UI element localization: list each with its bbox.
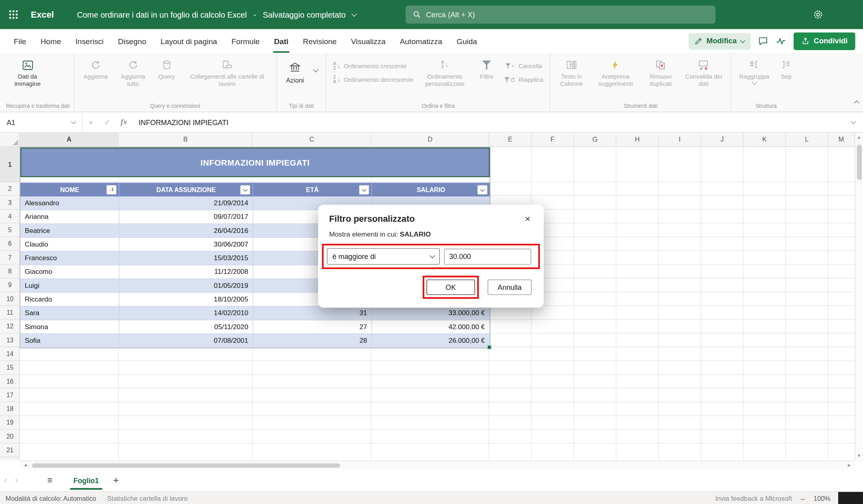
search-input[interactable]: Cerca (Alt + X) — [405, 6, 715, 24]
cell-data[interactable]: 15/03/2015 — [120, 251, 253, 265]
column-header-E[interactable]: E — [489, 133, 532, 147]
insert-function-icon[interactable]: fx — [115, 118, 132, 127]
cell-data[interactable]: 07/08/2001 — [120, 334, 253, 348]
cancella-button[interactable]: × Cancella — [501, 60, 546, 72]
row-header-4[interactable]: 4 — [0, 210, 20, 223]
row-header-19[interactable]: 19 — [0, 416, 20, 430]
cell-data[interactable]: 05/11/2020 — [120, 320, 253, 334]
cell-nome[interactable]: Sara — [20, 306, 120, 320]
tab-disegno[interactable]: Disegno — [111, 29, 153, 53]
comments-button[interactable] — [758, 36, 768, 46]
query-button[interactable]: Query — [153, 55, 180, 81]
cancel-button[interactable]: Annulla — [488, 279, 532, 295]
ordinamento-personalizzato-button[interactable]: AZ↓ Ordinamento personalizzato — [418, 55, 472, 89]
select-all-button[interactable] — [0, 133, 20, 147]
tab-dati[interactable]: Dati — [267, 29, 296, 53]
row-header-10[interactable]: 10 — [0, 292, 20, 306]
ordinamento-decrescente-button[interactable]: ZA↓ Ordinamento decrescente — [330, 74, 416, 86]
sheet-tab-foglio1[interactable]: Foglio1 — [67, 470, 105, 492]
cell-nome[interactable]: Francesco — [20, 251, 120, 265]
cell-nome[interactable]: Claudio — [20, 238, 120, 251]
collapse-ribbon-button[interactable] — [855, 97, 859, 107]
data-assunzione-filter-button[interactable] — [240, 184, 250, 194]
column-header-H[interactable]: H — [616, 133, 659, 147]
add-sheet-button[interactable]: + — [113, 475, 119, 486]
column-header-K[interactable]: K — [743, 133, 786, 147]
row-header-13[interactable]: 13 — [0, 334, 20, 347]
column-header-B[interactable]: B — [119, 133, 252, 147]
column-header-M[interactable]: M — [828, 133, 855, 147]
raggruppa-chevron-icon[interactable] — [752, 79, 757, 85]
filtro-button[interactable]: Filtro — [473, 55, 500, 81]
feedback-link[interactable]: Invia feedback a Microsoft — [710, 495, 798, 502]
column-header-I[interactable]: I — [659, 133, 701, 147]
ok-button[interactable]: OK — [427, 279, 475, 295]
filter-value-input[interactable] — [444, 249, 531, 265]
header-data-assunzione[interactable]: DATA ASSUNZIONE — [120, 183, 253, 196]
row-header-5[interactable]: 5 — [0, 223, 20, 237]
cell-nome[interactable]: Riccardo — [20, 293, 120, 306]
dialog-close-icon[interactable]: × — [523, 213, 533, 224]
activity-button[interactable] — [775, 36, 786, 47]
cell-nome[interactable]: Alessandro — [20, 196, 120, 210]
row-header-21[interactable]: 21 — [0, 443, 20, 457]
tab-file[interactable]: File — [6, 29, 33, 53]
name-box[interactable]: A1 — [0, 112, 83, 132]
cell-data[interactable]: 14/02/2010 — [120, 306, 253, 320]
cell-salario[interactable]: 26.000,00 € — [372, 334, 490, 348]
column-header-J[interactable]: J — [701, 133, 743, 147]
header-nome[interactable]: NOME ↓1 — [20, 183, 120, 196]
row-header-11[interactable]: 11 — [0, 306, 20, 320]
cell-data[interactable]: 21/09/2014 — [120, 196, 253, 210]
nome-filter-button[interactable]: ↓1 — [106, 184, 117, 194]
row-header-17[interactable]: 17 — [0, 389, 20, 402]
formula-input[interactable]: INFORMAZIONI IMPIEGATI — [139, 118, 229, 126]
scroll-left-icon[interactable]: ◄ — [21, 461, 30, 469]
header-eta[interactable]: ETÀ — [253, 183, 372, 196]
cell-eta[interactable]: 31 — [253, 306, 372, 320]
operator-select[interactable]: è maggiore di — [327, 248, 440, 265]
aggiorna-tutto-button[interactable]: Aggiorna tutto — [115, 55, 151, 89]
row-header-18[interactable]: 18 — [0, 402, 20, 416]
cancel-entry-icon[interactable]: × — [83, 118, 99, 127]
cell-nome[interactable]: Sofia — [20, 334, 120, 348]
previous-sheet-icon[interactable]: ‹ — [0, 476, 11, 486]
tab-automatizza[interactable]: Automatizza — [393, 29, 449, 53]
cell-data[interactable]: 11/12/2008 — [120, 265, 253, 279]
horizontal-scroll-thumb[interactable] — [32, 463, 340, 468]
cell-nome[interactable]: Giacomo — [20, 265, 120, 279]
row-header-7[interactable]: 7 — [0, 251, 20, 265]
scroll-down-icon[interactable]: ▼ — [855, 453, 863, 458]
row-header-8[interactable]: 8 — [0, 265, 20, 278]
tab-revisione[interactable]: Revisione — [296, 29, 344, 53]
row-header-16[interactable]: 16 — [0, 375, 20, 389]
zoom-level[interactable]: 100% — [808, 495, 836, 502]
collegamenti-button[interactable]: Collegamenti alle cartelle di lavoro — [182, 55, 272, 89]
save-status[interactable]: Salvataggio completato — [263, 10, 346, 19]
tab-formule[interactable]: Formule — [224, 29, 267, 53]
riapplica-button[interactable]: Riapplica — [501, 74, 546, 86]
header-salario[interactable]: SALARIO — [372, 183, 490, 196]
row-header-6[interactable]: 6 — [0, 237, 20, 251]
row-header-2[interactable]: 2 — [0, 182, 20, 196]
cell-eta[interactable]: 27 — [253, 320, 372, 334]
confirm-entry-icon[interactable]: ✓ — [99, 118, 115, 127]
raggruppa-button[interactable]: Raggruppa — [735, 55, 774, 85]
cell-data[interactable]: 18/10/2005 — [120, 293, 253, 306]
aggiorna-button[interactable]: Aggiorna — [78, 55, 113, 81]
app-launcher-button[interactable] — [0, 0, 26, 29]
workbook-stats-button[interactable]: Statistiche cartella di lavoro — [102, 495, 193, 502]
tab-visualizza[interactable]: Visualizza — [344, 29, 393, 53]
name-box-chevron-icon[interactable] — [71, 119, 76, 124]
cell-data[interactable]: 09/07/2017 — [120, 210, 253, 224]
save-status-chevron-icon[interactable] — [351, 11, 357, 17]
cell-nome[interactable]: Simona — [20, 320, 120, 334]
convalida-dati-button[interactable]: Convalida dei dati — [681, 55, 727, 89]
scroll-right-icon[interactable]: ► — [845, 461, 854, 469]
rimuovi-duplicati-button[interactable]: Rimuovi duplicati — [642, 55, 679, 89]
vertical-scroll-thumb[interactable] — [857, 145, 861, 180]
column-header-F[interactable]: F — [532, 133, 574, 147]
row-header-12[interactable]: 12 — [0, 320, 20, 333]
azioni-button[interactable]: Azioni — [280, 56, 322, 84]
cell-salario[interactable]: 33.000,00 € — [372, 306, 490, 320]
